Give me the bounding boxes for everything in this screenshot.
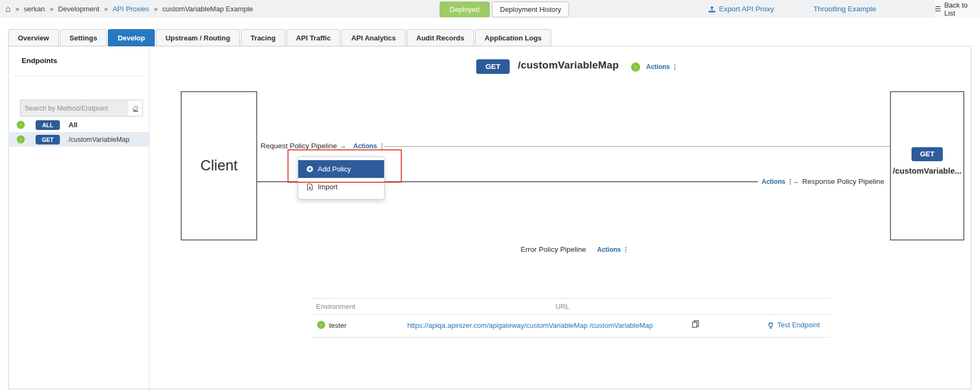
breadcrumb-separator: > bbox=[154, 6, 157, 12]
export-api-proxy-link[interactable]: Export API Proxy bbox=[708, 0, 774, 18]
tab-develop[interactable]: Develop bbox=[108, 29, 155, 46]
import-file-icon bbox=[306, 183, 313, 190]
breadcrumb-separator: > bbox=[16, 6, 19, 12]
menu-item-add-policy[interactable]: Add Policy bbox=[298, 160, 384, 178]
clear-search-button[interactable] bbox=[128, 100, 143, 116]
actions-dropdown-menu: Add Policy Import bbox=[298, 156, 385, 200]
endpoint-path-title: /customVariableMap bbox=[518, 59, 619, 71]
endpoints-title: Endpoints bbox=[22, 57, 57, 65]
breadcrumb-item-development[interactable]: Development bbox=[58, 5, 100, 13]
plug-icon bbox=[767, 321, 774, 329]
deployed-status-icon: ↑ bbox=[317, 321, 325, 329]
environment-name: tester bbox=[329, 321, 347, 329]
sidebar-item-label: All bbox=[68, 121, 78, 129]
add-circle-icon bbox=[306, 166, 313, 173]
tab-application-logs[interactable]: Application Logs bbox=[475, 29, 551, 46]
tab-bar: Overview Settings Develop Upstream / Rou… bbox=[8, 29, 551, 46]
sidebar-item-all[interactable]: ↑ ALL All bbox=[8, 118, 149, 132]
table-border-top bbox=[312, 298, 831, 299]
breadcrumb-item-current: customVariableMap Example bbox=[162, 5, 253, 13]
breadcrumb-item-api-proxies[interactable]: API Proxies bbox=[113, 5, 149, 13]
sidebar-divider bbox=[149, 46, 149, 389]
table-border-bottom bbox=[312, 337, 831, 338]
deployed-status-icon: ↑ bbox=[631, 63, 640, 72]
target-method-badge[interactable]: GET bbox=[912, 147, 943, 161]
column-header-url: URL bbox=[556, 302, 570, 311]
develop-panel bbox=[8, 46, 971, 389]
tab-api-analytics[interactable]: API Analytics bbox=[341, 29, 406, 46]
back-to-list-label: Back to List bbox=[944, 1, 980, 17]
request-pipeline-line bbox=[384, 146, 890, 147]
tab-tracing[interactable]: Tracing bbox=[241, 29, 285, 46]
table-header-divider bbox=[312, 314, 831, 315]
response-pipeline-label: ← Response Policy Pipeline bbox=[793, 177, 885, 185]
copy-url-icon[interactable] bbox=[692, 320, 699, 328]
tab-audit-records[interactable]: Audit Records bbox=[407, 29, 474, 46]
test-endpoint-link[interactable]: Test Endpoint bbox=[767, 321, 820, 329]
sidebar-item-label: /customVariableMap bbox=[68, 136, 129, 143]
deployed-status-icon: ↑ bbox=[17, 135, 25, 143]
request-pipeline-actions-menu[interactable]: Actions ⋮ bbox=[353, 142, 385, 150]
clear-search-icon bbox=[132, 105, 139, 112]
response-pipeline-actions-menu[interactable]: Actions ⋮ bbox=[762, 178, 793, 185]
method-badge-get: GET bbox=[36, 135, 60, 145]
test-endpoint-label: Test Endpoint bbox=[777, 321, 820, 329]
method-badge-all: ALL bbox=[36, 120, 60, 130]
throttling-example-link[interactable]: Throotling Example bbox=[813, 0, 876, 18]
breadcrumb-separator: > bbox=[50, 6, 53, 12]
tab-api-traffic[interactable]: API Traffic bbox=[286, 29, 340, 46]
client-label: Client bbox=[200, 157, 237, 174]
endpoint-search-input[interactable] bbox=[20, 100, 129, 116]
client-box: Client bbox=[181, 91, 257, 240]
export-label: Export API Proxy bbox=[719, 5, 774, 13]
error-pipeline-label: Error Policy Pipeline bbox=[520, 245, 586, 253]
export-icon bbox=[708, 5, 716, 13]
environment-url-link[interactable]: https://apiqa.apinizer.com/apigateway/cu… bbox=[407, 321, 653, 329]
endpoint-method-badge[interactable]: GET bbox=[476, 59, 510, 74]
home-icon[interactable]: ⌂ bbox=[5, 5, 11, 13]
breadcrumb-separator: > bbox=[104, 6, 107, 12]
deployed-status-icon: ↑ bbox=[17, 121, 25, 129]
column-header-environment: Environment bbox=[316, 302, 355, 311]
sidebar-item-customvariablemap[interactable]: ↑ GET /customVariableMap bbox=[8, 132, 149, 147]
breadcrumb: ⌂ > serkan > Development > API Proxies >… bbox=[5, 0, 253, 18]
import-label: Import bbox=[318, 183, 338, 191]
tab-overview[interactable]: Overview bbox=[8, 29, 59, 46]
tab-upstream-routing[interactable]: Upstream / Routing bbox=[156, 29, 240, 46]
request-pipeline-label: Request Policy Pipeline → bbox=[261, 142, 346, 150]
endpoint-actions-menu[interactable]: Actions ⋮ bbox=[646, 63, 678, 71]
breadcrumb-item-serkan[interactable]: serkan bbox=[24, 5, 45, 13]
target-endpoint-box: GET /customVariable... bbox=[890, 91, 964, 240]
menu-item-import[interactable]: Import bbox=[298, 178, 384, 196]
deployed-status-button[interactable]: Deployed bbox=[440, 2, 490, 17]
target-path-label: /customVariable... bbox=[893, 166, 962, 175]
back-to-list-button[interactable]: ☰ Back to List bbox=[935, 0, 980, 18]
endpoints-divider bbox=[13, 76, 146, 77]
tab-settings[interactable]: Settings bbox=[60, 29, 107, 46]
deployment-history-button[interactable]: Deployment History bbox=[492, 2, 569, 17]
list-icon: ☰ bbox=[935, 5, 941, 13]
add-policy-label: Add Policy bbox=[318, 165, 351, 173]
error-pipeline-actions-menu[interactable]: Actions ⋮ bbox=[597, 246, 629, 253]
